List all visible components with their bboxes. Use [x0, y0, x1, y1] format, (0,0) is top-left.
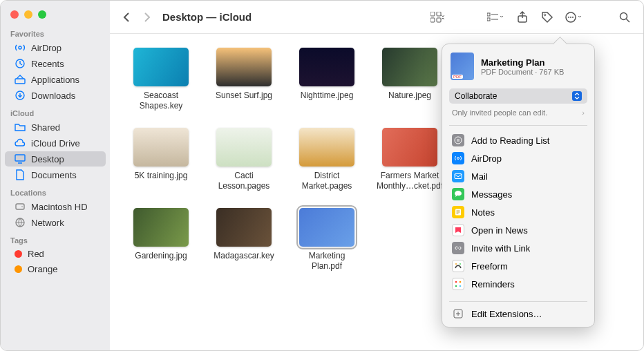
zoom-window-button[interactable]	[38, 10, 46, 19]
sidebar-item-orange[interactable]: Orange	[5, 262, 106, 276]
file-item[interactable]: Cacti Lesson.pages	[207, 128, 281, 191]
share-item-invite-with-link[interactable]: Invite with Link	[442, 239, 594, 257]
svg-point-29	[460, 263, 461, 265]
share-item-open-in-news[interactable]: Open in News	[442, 221, 594, 239]
group-button[interactable]	[484, 9, 508, 26]
svg-line-23	[627, 19, 630, 22]
mail-icon	[452, 170, 464, 182]
svg-point-28	[455, 263, 457, 265]
freeform-icon	[452, 260, 464, 272]
sidebar-item-shared[interactable]: Shared	[5, 120, 106, 135]
edit-extensions-item[interactable]: Edit Extensions…	[442, 305, 594, 327]
more-button[interactable]	[562, 9, 585, 26]
file-item[interactable]: Madagascar.key	[207, 208, 281, 272]
sidebar-item-applications[interactable]: Applications	[5, 72, 106, 87]
share-file-title: Marketing Plan	[481, 57, 564, 68]
svg-rect-8	[430, 12, 435, 16]
share-file-subtitle: PDF Document · 767 KB	[481, 68, 564, 76]
download-icon	[15, 90, 26, 101]
sidebar: FavoritesAirDropRecentsApplicationsDownl…	[1, 1, 110, 350]
collaborate-mode-select[interactable]: Collaborate	[449, 88, 587, 104]
file-thumbnail	[216, 208, 272, 247]
sidebar-item-icloud-drive[interactable]: iCloud Drive	[5, 135, 106, 151]
sidebar-item-label: Red	[28, 249, 44, 259]
minimize-window-button[interactable]	[24, 10, 32, 19]
sidebar-item-airdrop[interactable]: AirDrop	[5, 40, 106, 55]
share-item-messages[interactable]: Messages	[442, 185, 594, 203]
clock-icon	[15, 58, 26, 69]
sidebar-item-downloads[interactable]: Downloads	[5, 88, 106, 103]
file-item[interactable]: Marketing Plan.pdf	[290, 208, 364, 272]
file-item[interactable]: 5K training.jpg	[124, 128, 198, 191]
file-item[interactable]: Sunset Surf.jpg	[207, 48, 281, 111]
svg-point-33	[460, 285, 462, 287]
svg-rect-11	[437, 18, 441, 22]
sidebar-item-label: Orange	[28, 264, 57, 274]
file-label: Nature.jpeg	[388, 91, 431, 101]
news-icon	[452, 224, 464, 236]
sidebar-item-recents[interactable]: Recents	[5, 56, 106, 71]
edit-extensions-label: Edit Extensions…	[471, 309, 542, 319]
file-item[interactable]: District Market.pages	[290, 128, 364, 191]
tag-dot-icon	[15, 265, 22, 273]
toolbar: Desktop — iCloud	[110, 1, 643, 34]
folder-icon	[15, 122, 26, 133]
file-item[interactable]: Nighttime.jpeg	[290, 48, 364, 111]
sidebar-item-red[interactable]: Red	[5, 247, 106, 261]
collaborate-hint-row[interactable]: Only invited people can edit. ›	[442, 106, 594, 122]
collaborate-hint: Only invited people can edit.	[452, 108, 547, 117]
share-item-notes[interactable]: Notes	[442, 203, 594, 221]
share-item-label: AirDrop	[471, 153, 502, 164]
sidebar-item-label: Desktop	[31, 154, 64, 164]
sidebar-item-macintosh-hd[interactable]: Macintosh HD	[5, 199, 106, 214]
sidebar-item-label: Macintosh HD	[31, 202, 88, 212]
share-button[interactable]	[512, 9, 533, 26]
tags-button[interactable]	[537, 9, 558, 26]
sidebar-section-header: Locations	[1, 183, 110, 198]
close-window-button[interactable]	[10, 10, 19, 19]
file-label: Seacoast Shapes.key	[126, 91, 196, 111]
file-label: District Market.pages	[292, 171, 361, 191]
share-item-reminders[interactable]: Reminders	[442, 275, 594, 293]
file-label: 5K training.jpg	[135, 171, 188, 181]
reminders-icon	[452, 278, 464, 290]
svg-rect-26	[455, 174, 462, 179]
view-icons-button[interactable]	[428, 9, 448, 26]
search-button[interactable]	[614, 9, 635, 26]
svg-rect-9	[437, 12, 441, 16]
file-thumbnail	[133, 208, 189, 247]
file-item[interactable]: Farmers Market Monthly…cket.pdf	[372, 128, 447, 191]
forward-button[interactable]	[139, 9, 155, 26]
airdrop-icon	[15, 42, 26, 53]
sidebar-section-header: Tags	[1, 231, 110, 246]
sidebar-item-network[interactable]: Network	[5, 215, 106, 230]
main-area: Desktop — iCloud Seacoas	[110, 1, 643, 350]
svg-rect-12	[487, 13, 490, 16]
sidebar-item-desktop[interactable]: Desktop	[5, 151, 106, 167]
notes-icon	[452, 206, 464, 218]
file-thumbnail	[216, 128, 272, 167]
file-label: Farmers Market Monthly…cket.pdf	[375, 171, 444, 191]
window-controls	[1, 1, 110, 24]
file-item[interactable]: Nature.jpeg	[372, 48, 447, 111]
back-button[interactable]	[118, 9, 135, 26]
share-item-airdrop[interactable]: AirDrop	[442, 149, 594, 167]
doc-icon	[15, 169, 26, 180]
share-item-label: Invite with Link	[471, 243, 530, 254]
svg-point-20	[570, 17, 571, 18]
share-header: Marketing Plan PDF Document · 767 KB	[442, 44, 594, 86]
chevrons-up-down-icon	[572, 91, 582, 101]
file-item[interactable]: Seacoast Shapes.key	[124, 48, 198, 111]
share-item-freeform[interactable]: Freeform	[442, 257, 594, 275]
window-title: Desktop — iCloud	[162, 11, 252, 23]
file-item[interactable]: Gardening.jpg	[124, 208, 198, 272]
share-item-mail[interactable]: Mail	[442, 167, 594, 185]
sidebar-item-documents[interactable]: Documents	[5, 167, 106, 182]
sidebar-item-label: Applications	[31, 75, 79, 85]
share-popover: Marketing Plan PDF Document · 767 KB Col…	[442, 44, 595, 328]
share-item-label: Freeform	[471, 261, 508, 272]
share-item-add-to-reading-list[interactable]: Add to Reading List	[442, 131, 594, 149]
svg-point-17	[544, 14, 546, 16]
share-item-label: Add to Reading List	[471, 135, 549, 146]
file-thumbnail	[299, 48, 354, 86]
